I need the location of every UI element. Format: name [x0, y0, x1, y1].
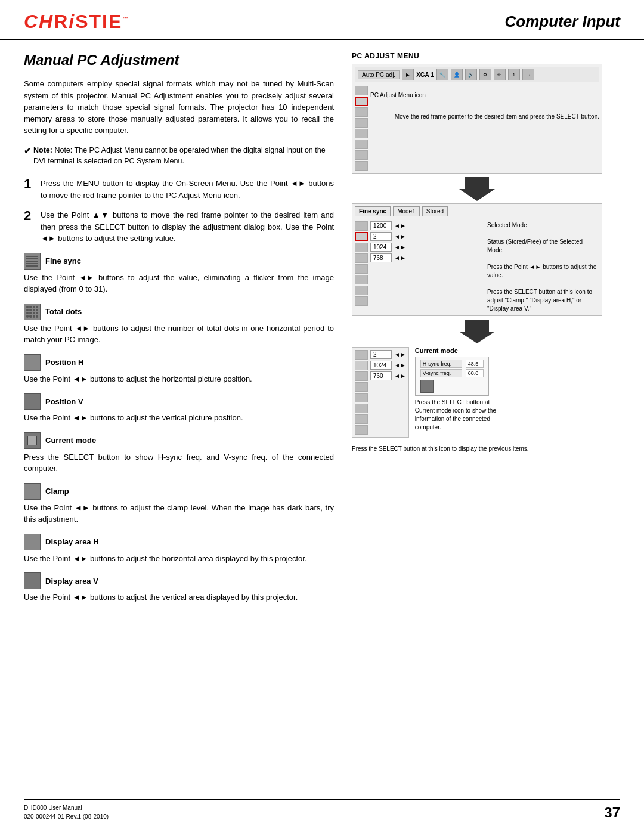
fine-sync-row: Fine sync Mode1 Stored: [355, 206, 599, 216]
feature-display-area-v-header: Display area V: [24, 572, 334, 589]
menu-icon-7: 1: [508, 69, 520, 80]
total-dots-desc: Use the Point ◄► buttons to adjust the n…: [24, 323, 334, 346]
side-icon-4: [355, 118, 368, 128]
fine-sync-cell: Fine sync: [355, 206, 391, 216]
resolution-label: XGA 1: [416, 72, 434, 78]
feature-display-area-h-header: Display area H: [24, 534, 334, 550]
current-mode-label: Current mode: [45, 436, 96, 445]
val-2: 2: [370, 232, 392, 241]
fine-sync-desc: Use the Point ◄► buttons to adjust the v…: [24, 272, 334, 295]
feature-total-dots: Total dots Use the Point ◄► buttons to a…: [24, 304, 334, 346]
main-content: Manual PC Adjustment Some computers empl…: [0, 40, 644, 624]
footer-version: 020-000244-01 Rev.1 (08-2010): [24, 812, 109, 821]
clamp-desc: Use the Point ◄► buttons to adjust the c…: [24, 502, 334, 525]
side-icon-selected: [355, 97, 368, 106]
val2-760: 760: [370, 371, 392, 380]
arrows-2: ◄►: [394, 233, 406, 240]
page-number: 37: [604, 804, 620, 821]
val-row-2: 2 ◄►: [370, 232, 482, 241]
arrows-768: ◄►: [394, 255, 406, 261]
side2-icon-6: [355, 275, 368, 284]
side2-icon-3: [355, 243, 368, 252]
feature-position-v-header: Position V: [24, 393, 334, 410]
mode1-cell: Mode1: [393, 206, 420, 216]
diagram-panel-2: 1200 ◄► 2 ◄► 1024 ◄► 768 ◄►: [355, 221, 599, 313]
val-1024: 1024: [370, 243, 392, 252]
menu-bar: Auto PC adj. ▶ XGA 1 🔧 👤 🔊 ⚙ ✏ 1 →: [355, 67, 599, 82]
position-v-icon: [24, 393, 41, 410]
h-sync-freq-label: H-sync freq.: [420, 360, 462, 368]
val-row-1200: 1200 ◄►: [370, 221, 482, 230]
feature-current-mode: Current mode Press the SELECT button to …: [24, 432, 334, 475]
menu-icon-6: ✏: [494, 69, 506, 80]
val2-row-1024: 1024 ◄►: [370, 361, 406, 370]
note-text: Note: Note: The PC Adjust Menu cannot be…: [33, 145, 334, 168]
side-icon-up: [355, 86, 368, 95]
top-menu-mockup: Auto PC adj. ▶ XGA 1 🔧 👤 🔊 ⚙ ✏ 1 →: [352, 64, 602, 174]
side2-icon-1: [355, 221, 368, 231]
current-mode-box: H-sync freq. 48.5 V-sync freq. 60.0: [415, 357, 489, 396]
note-box: ✔ Note: Note: The PC Adjust Menu cannot …: [24, 145, 334, 168]
val2-2: 2: [370, 350, 392, 359]
side-icon-5: [355, 129, 368, 138]
feature-position-h: Position H Use the Point ◄► buttons to a…: [24, 354, 334, 385]
header: CHRiSTIE™ Computer Input: [0, 0, 644, 40]
menu-icon-3: 👤: [451, 69, 463, 80]
current-mode-section: 2 ◄► 1024 ◄► 760 ◄►: [352, 347, 602, 440]
feature-position-v: Position V Use the Point ◄► buttons to a…: [24, 393, 334, 424]
side2-icon-4: [355, 253, 368, 263]
val-row-1024: 1024 ◄►: [370, 243, 482, 252]
v-sync-freq-label: V-sync freq.: [420, 369, 462, 377]
left-column: Manual PC Adjustment Some computers empl…: [24, 52, 334, 612]
step-1: 1 Press the MENU button to display the O…: [24, 178, 334, 201]
footer-manual: DHD800 User Manual: [24, 803, 109, 812]
feature-fine-sync: Fine sync Use the Point ◄► buttons to ad…: [24, 253, 334, 295]
side-val-panel: 2 ◄► 1024 ◄► 760 ◄►: [355, 350, 406, 435]
third-menu-mockup: 2 ◄► 1024 ◄► 760 ◄►: [352, 347, 409, 438]
current-mode-icon: [24, 432, 41, 449]
svg-marker-0: [459, 177, 495, 201]
position-h-desc: Use the Point ◄► buttons to adjust the h…: [24, 373, 334, 385]
auto-pc-adj-button[interactable]: Auto PC adj.: [358, 70, 400, 79]
value-rows: 1200 ◄► 2 ◄► 1024 ◄► 768 ◄►: [370, 221, 482, 313]
side2-icon-selected: [355, 232, 368, 241]
side-icon-7: [355, 150, 368, 160]
feature-fine-sync-header: Fine sync: [24, 253, 334, 270]
clamp-icon: [24, 483, 41, 500]
side2-icon-down2: [355, 296, 368, 306]
side3-icon-6: [355, 404, 368, 413]
arrows2-760: ◄►: [394, 373, 406, 379]
value-rows-2: 2 ◄► 1024 ◄► 760 ◄►: [370, 350, 406, 435]
annotation-red-frame: Move the red frame pointer to the desire…: [370, 113, 599, 121]
menu-icon-5: ⚙: [479, 69, 491, 80]
stored-cell: Stored: [422, 206, 448, 216]
side3-icon-5: [355, 393, 368, 402]
down-arrow-1: [352, 177, 602, 201]
arrows-1200: ◄►: [394, 222, 406, 229]
pc-adjust-menu-label: PC ADJUST MENU: [352, 52, 602, 60]
total-dots-label: Total dots: [45, 307, 82, 316]
down-arrow-2: [352, 320, 602, 343]
right-column: PC ADJUST MENU Auto PC adj. ▶ XGA 1 🔧 👤 …: [352, 52, 602, 612]
side-icons-2: [355, 221, 368, 313]
val-1200: 1200: [370, 221, 392, 230]
menu-icon-1: ▶: [402, 69, 414, 80]
annotation-select-current: Press the SELECT button at Current mode …: [415, 398, 504, 432]
feature-current-mode-header: Current mode: [24, 432, 334, 449]
side2-icon-7: [355, 286, 368, 295]
side3-icon-1: [355, 350, 368, 360]
side-icons-3: [355, 350, 368, 435]
side-icons-1: [355, 86, 368, 171]
menu-icon-2: 🔧: [436, 69, 448, 80]
display-area-v-desc: Use the Point ◄► buttons to adjust the v…: [24, 592, 334, 603]
intro-paragraph: Some computers employ special signal for…: [24, 78, 334, 137]
annotation-pc-menu-icon: PC Adjust Menu icon: [370, 92, 599, 98]
step-2-text: Use the Point ▲▼ buttons to move the red…: [41, 209, 334, 244]
diagram-panel-1: PC Adjust Menu icon Move the red frame p…: [355, 86, 599, 171]
menu-icon-4: 🔊: [465, 69, 477, 80]
side3-icon-7: [355, 414, 368, 424]
feature-total-dots-header: Total dots: [24, 304, 334, 320]
side-icon-3: [355, 107, 368, 117]
check-mark: ✔: [24, 145, 31, 168]
current-mode-ui-icon: [420, 380, 434, 393]
